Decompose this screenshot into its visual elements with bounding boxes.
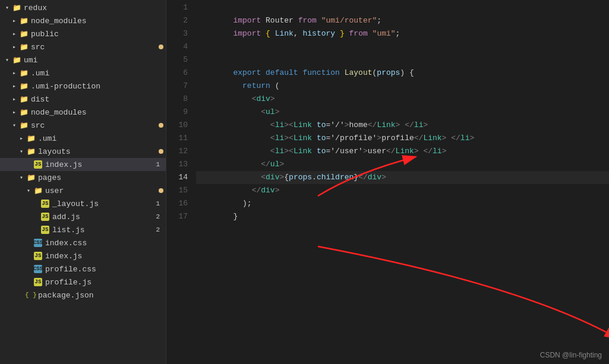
watermark-text: CSDN @lin-fighting [540, 351, 602, 359]
sidebar-item-label: pages [38, 173, 163, 182]
sidebar-item-label: .umi-production [31, 82, 163, 91]
sidebar-item-label: node_modules [31, 17, 163, 26]
sidebar-item-label: profile.css [45, 265, 163, 274]
line-num-13: 13 [166, 158, 188, 171]
line-num-11: 11 [166, 132, 188, 145]
sidebar-item-pages[interactable]: 📁 pages [0, 171, 166, 184]
sidebar-item-dotumi[interactable]: 📁 .umi [0, 67, 166, 80]
sidebar-item-user[interactable]: 📁 user [0, 184, 166, 197]
sidebar-item-layout-js[interactable]: JS _layout.js 1 [0, 197, 166, 210]
sidebar-item-label: index.js [45, 160, 152, 169]
sidebar-item-src-redux[interactable]: 📁 src [0, 40, 166, 53]
sidebar-item-src[interactable]: 📁 src [0, 119, 166, 132]
chevron-icon [10, 94, 19, 104]
sidebar-item-profile-js[interactable]: JS profile.js [0, 276, 166, 289]
folder-icon: 📁 [19, 29, 29, 39]
chevron-icon [10, 68, 19, 78]
code-line-4 [196, 40, 609, 53]
sidebar-item-label: public [31, 30, 163, 39]
sidebar-item-label: index.js [45, 252, 163, 261]
line-num-16: 16 [166, 197, 188, 210]
sidebar-item-label: src [31, 43, 156, 52]
line-num-3: 3 [166, 27, 188, 40]
code-content[interactable]: import Router from "umi/router"; import … [194, 0, 609, 364]
badge-count: 2 [152, 213, 163, 220]
folder-icon: 📁 [19, 16, 29, 26]
sidebar-item-label: src [31, 121, 156, 130]
chevron-icon [2, 3, 12, 12]
line-num-14: 14 [166, 171, 188, 184]
chevron-icon [10, 16, 19, 26]
folder-icon: 📁 [12, 55, 21, 65]
chevron-icon [10, 121, 19, 130]
folder-icon: 📁 [26, 134, 36, 143]
line-num-15: 15 [166, 184, 188, 197]
js-file-icon: JS [40, 199, 50, 208]
folder-icon: 📁 [12, 3, 21, 12]
sidebar-item-dotumi-src[interactable]: 📁 .umi [0, 132, 166, 145]
chevron-icon [17, 147, 26, 156]
sidebar-item-label: add.js [52, 213, 152, 221]
code-editor: 1 2 3 4 5 6 7 8 9 10 11 12 13 14 15 16 1… [166, 0, 609, 364]
line-num-5: 5 [166, 53, 188, 67]
code-line-16: } [196, 197, 609, 210]
sidebar-item-dotumi-production[interactable]: 📁 .umi-production [0, 80, 166, 93]
sidebar-item-package-json[interactable]: { } package.json [0, 289, 166, 302]
sidebar-item-layouts[interactable]: 📁 layouts [0, 145, 166, 158]
sidebar-item-node-modules-umi[interactable]: 📁 node_modules [0, 106, 166, 119]
sidebar-item-label: package.json [38, 291, 163, 300]
folder-icon: 📁 [26, 173, 36, 182]
sidebar-item-label: list.js [52, 226, 152, 235]
line-numbers: 1 2 3 4 5 6 7 8 9 10 11 12 13 14 15 16 1… [166, 0, 194, 364]
line-num-1: 1 [166, 1, 188, 14]
js-file-icon: JS [40, 225, 50, 235]
modified-dot [159, 149, 163, 154]
sidebar-item-index-css[interactable]: CSS index.css [0, 236, 166, 249]
sidebar-item-public[interactable]: 📁 public [0, 27, 166, 40]
line-num-6: 6 [166, 67, 188, 80]
modified-dot [159, 188, 163, 193]
sidebar-item-index-js-layouts[interactable]: JS index.js 1 [0, 158, 166, 171]
chevron-icon [10, 107, 19, 117]
chevron-icon [10, 81, 19, 91]
sidebar-item-label: umi [24, 56, 163, 65]
line-num-4: 4 [166, 40, 188, 53]
sidebar-item-index-js-pages[interactable]: JS index.js [0, 249, 166, 262]
sidebar-item-node-modules-redux[interactable]: 📁 node_modules [0, 14, 166, 27]
folder-icon: 📁 [19, 81, 29, 91]
js-file-icon: JS [40, 212, 50, 221]
sidebar-item-redux[interactable]: 📁 redux [0, 1, 166, 14]
sidebar-item-label: node_modules [31, 108, 163, 117]
badge-count: 1 [152, 200, 163, 207]
chevron-icon [17, 173, 26, 182]
sidebar-item-list-js[interactable]: JS list.js 2 [0, 223, 166, 236]
json-file-icon: { } [26, 290, 36, 300]
sidebar-item-add-js[interactable]: JS add.js 2 [0, 210, 166, 223]
js-file-icon: JS [33, 277, 43, 287]
chevron-icon [10, 42, 19, 52]
sidebar-item-label: .umi [38, 134, 163, 143]
badge-count: 1 [152, 161, 163, 168]
chevron-icon [24, 186, 33, 195]
sidebar-item-profile-css[interactable]: CSS profile.css [0, 262, 166, 276]
folder-icon: 📁 [26, 147, 36, 156]
chevron-icon [17, 134, 26, 143]
sidebar-item-label: .umi [31, 69, 163, 78]
sidebar-item-umi[interactable]: 📁 umi [0, 53, 166, 67]
line-num-2: 2 [166, 14, 188, 27]
chevron-icon [10, 29, 19, 39]
line-num-8: 8 [166, 93, 188, 106]
line-num-17: 17 [166, 210, 188, 223]
badge-count: 2 [152, 226, 163, 233]
line-num-9: 9 [166, 106, 188, 119]
code-line-17 [196, 210, 609, 223]
sidebar-item-dist[interactable]: 📁 dist [0, 93, 166, 106]
css-file-icon: CSS [33, 238, 43, 248]
sidebar-item-label: redux [24, 4, 163, 12]
css-file-icon: CSS [33, 264, 43, 274]
folder-icon: 📁 [19, 42, 29, 52]
modified-dot [159, 45, 163, 49]
folder-icon: 📁 [19, 68, 29, 78]
sidebar-item-label: layouts [38, 147, 156, 156]
folder-icon: 📁 [19, 121, 29, 130]
